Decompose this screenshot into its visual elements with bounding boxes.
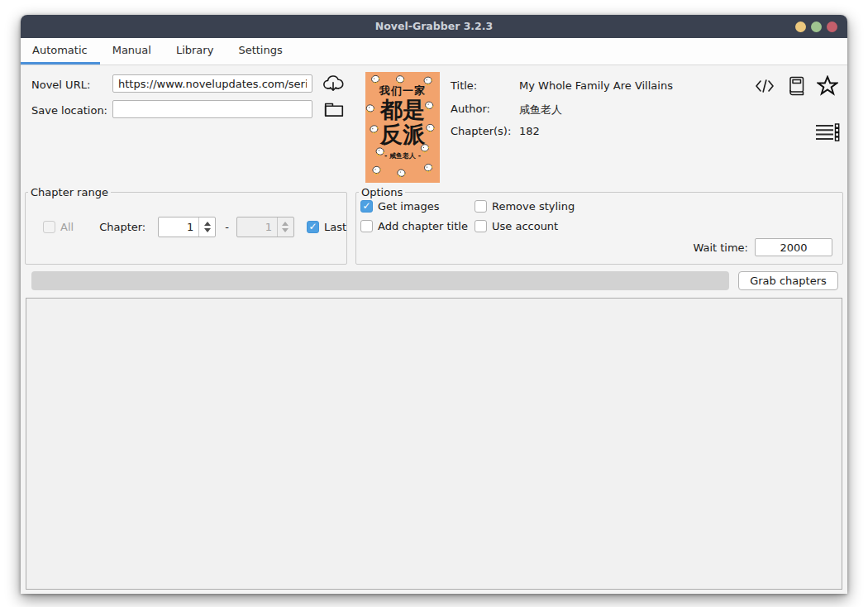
- last-checkbox[interactable]: [307, 221, 319, 233]
- remove-styling-label: Remove styling: [492, 200, 575, 213]
- add-chapter-title-label: Add chapter title: [378, 220, 468, 232]
- add-chapter-title-checkbox[interactable]: [360, 220, 373, 232]
- chapter-to-value: 1: [237, 217, 277, 237]
- tab-bar: Automatic Manual Library Settings: [21, 38, 847, 65]
- window-title: Novel-Grabber 3.2.3: [21, 15, 847, 38]
- get-images-row: Get images: [360, 200, 475, 213]
- star-icon[interactable]: [817, 75, 838, 96]
- chapter-from-spinner[interactable]: 1: [158, 217, 216, 237]
- log-output-area[interactable]: [26, 298, 842, 590]
- title-value: My Whole Family Are Villains: [519, 79, 673, 92]
- novel-url-input[interactable]: [112, 74, 312, 93]
- cover-title-line2: 都是: [365, 98, 440, 121]
- last-checkbox-label: Last: [324, 221, 346, 233]
- save-location-input[interactable]: [112, 100, 312, 118]
- progress-bar: [31, 271, 729, 290]
- remove-styling-checkbox[interactable]: [475, 200, 487, 213]
- use-account-row: Use account: [475, 220, 575, 232]
- automatic-tab-panel: Novel URL: Save location:: [21, 65, 847, 594]
- chapters-label: Chapter(s):: [451, 125, 511, 137]
- chapter-to-spin-buttons[interactable]: [277, 217, 293, 237]
- chapter-from-spin-buttons[interactable]: [198, 217, 215, 237]
- grab-chapters-button[interactable]: Grab chapters: [738, 271, 838, 290]
- chapter-range-group: Chapter range All Chapter: 1 - 1: [25, 186, 347, 265]
- wait-time-input[interactable]: [755, 238, 832, 256]
- get-images-checkbox[interactable]: [360, 200, 373, 213]
- minimize-button[interactable]: [795, 22, 806, 32]
- tab-settings[interactable]: Settings: [226, 38, 294, 65]
- all-checkbox-label: All: [60, 221, 74, 233]
- cover-title-line3: 反派: [365, 123, 440, 146]
- spin-up-icon[interactable]: [282, 222, 289, 226]
- spin-up-icon[interactable]: [204, 222, 211, 226]
- save-location-label: Save location:: [31, 104, 107, 117]
- use-account-label: Use account: [492, 220, 558, 232]
- app-window: Novel-Grabber 3.2.3 Automatic Manual Lib…: [21, 15, 847, 594]
- cover-title-line1: 我们一家: [365, 85, 440, 96]
- book-icon[interactable]: [786, 75, 808, 97]
- novel-cover: 我们一家 都是 反派 - 咸鱼老人 -: [365, 72, 440, 183]
- all-checkbox-row: All: [43, 221, 74, 233]
- tab-manual[interactable]: Manual: [100, 38, 164, 65]
- folder-icon[interactable]: [323, 99, 345, 119]
- maximize-button[interactable]: [811, 22, 822, 32]
- remove-styling-row: Remove styling: [475, 200, 575, 213]
- spin-down-icon[interactable]: [204, 228, 211, 232]
- chapter-range-legend: Chapter range: [28, 186, 111, 198]
- chapter-label: Chapter:: [99, 221, 145, 233]
- options-legend: Options: [359, 186, 405, 198]
- novel-url-label: Novel URL:: [31, 79, 90, 91]
- list-icon[interactable]: [814, 122, 841, 142]
- tab-automatic[interactable]: Automatic: [21, 38, 100, 65]
- author-value: 咸鱼老人: [519, 103, 562, 117]
- all-checkbox[interactable]: [43, 221, 55, 233]
- close-button[interactable]: [827, 22, 837, 32]
- chapters-value: 182: [519, 125, 540, 137]
- code-icon[interactable]: [753, 77, 776, 95]
- use-account-checkbox[interactable]: [475, 220, 487, 232]
- titlebar[interactable]: Novel-Grabber 3.2.3: [21, 15, 847, 38]
- last-checkbox-row: Last: [307, 221, 346, 233]
- range-separator: -: [225, 221, 229, 233]
- window-controls: [795, 22, 837, 32]
- tab-library[interactable]: Library: [164, 38, 226, 65]
- chapter-to-spinner[interactable]: 1: [236, 217, 294, 237]
- title-label: Title:: [451, 79, 477, 92]
- wait-time-label: Wait time:: [693, 241, 748, 254]
- get-images-label: Get images: [378, 200, 440, 213]
- cloud-download-icon[interactable]: [321, 73, 346, 96]
- cover-author-line: - 咸鱼老人 -: [365, 153, 440, 160]
- options-group: Options Get images Remove styling Add ch…: [355, 186, 843, 265]
- add-chapter-title-row: Add chapter title: [360, 220, 475, 232]
- chapter-from-value: 1: [159, 217, 198, 237]
- author-label: Author:: [451, 103, 490, 115]
- spin-down-icon[interactable]: [282, 228, 289, 232]
